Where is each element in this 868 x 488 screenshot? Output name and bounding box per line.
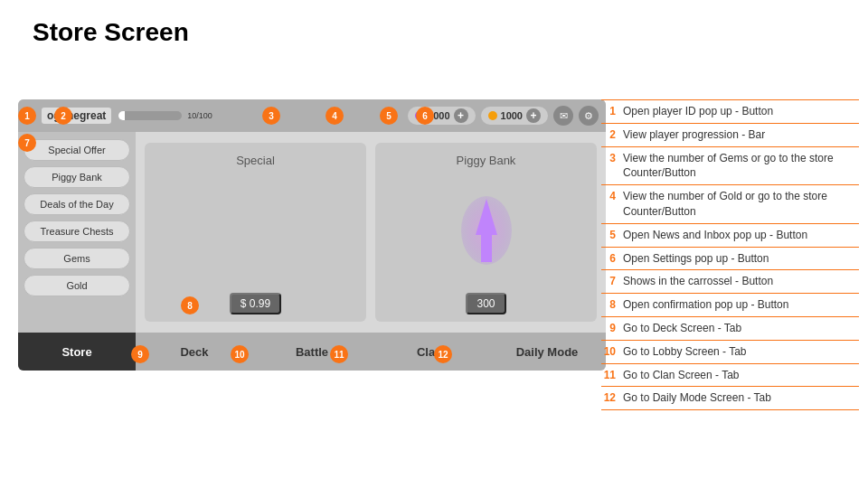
- annotation-11: 11Go to Clan Screen - Tab: [601, 364, 859, 388]
- annotation-text-11: Go to Clan Screen - Tab: [623, 368, 859, 383]
- badge-4: 4: [326, 107, 344, 125]
- player-name[interactable]: ogithegreat: [42, 108, 111, 124]
- content-area: Special $ 0.99 Piggy Bank 300: [136, 132, 606, 333]
- annotations-panel: 1Open player ID pop up - Button2View pla…: [601, 99, 859, 410]
- annotation-text-6: Open Settings pop up - Button: [623, 251, 859, 267]
- annotation-num-2: 2: [601, 127, 616, 143]
- annotation-num-9: 9: [601, 321, 616, 336]
- annotation-num-10: 10: [601, 344, 616, 360]
- annotation-5: 5Open News and Inbox pop up - Button: [601, 224, 859, 248]
- annotation-2: 2View player progression - Bar: [601, 124, 859, 147]
- annotation-num-12: 12: [601, 390, 616, 406]
- gem-plus-button[interactable]: +: [454, 108, 468, 123]
- badge-11: 11: [330, 345, 348, 363]
- progress-label: 10/100: [187, 111, 212, 120]
- annotation-text-5: Open News and Inbox pop up - Button: [623, 228, 859, 243]
- annotation-7: 7Shows in the carrossel - Button: [601, 270, 859, 294]
- sidebar-item-piggy-bank[interactable]: Piggy Bank: [24, 166, 130, 188]
- gold-icon: [488, 111, 497, 120]
- annotation-3: 3View the number of Gems or go to the st…: [601, 147, 859, 186]
- sidebar: Special Offer Piggy Bank Deals of the Da…: [18, 132, 136, 333]
- badge-2: 2: [54, 107, 72, 125]
- annotation-text-3: View the number of Gems or go to the sto…: [623, 151, 859, 182]
- badge-8: 8: [181, 296, 199, 314]
- annotation-12: 12Go to Daily Mode Screen - Tab: [601, 387, 859, 410]
- top-bar: ogithegreat 10/100 1000 + 1000 + ✉ ⚙: [18, 99, 606, 132]
- news-inbox-button[interactable]: ✉: [553, 106, 573, 126]
- sidebar-item-deals[interactable]: Deals of the Day: [24, 193, 130, 215]
- annotation-num-3: 3: [601, 151, 616, 166]
- tab-daily-mode[interactable]: Daily Mode: [488, 333, 606, 371]
- special-card: Special $ 0.99: [145, 143, 366, 322]
- badge-7: 7: [18, 134, 36, 152]
- annotation-num-7: 7: [601, 274, 616, 289]
- page-title: Store Screen: [33, 18, 189, 47]
- settings-button[interactable]: ⚙: [579, 106, 599, 126]
- annotation-6: 6Open Settings pop up - Button: [601, 248, 859, 271]
- annotation-1: 1Open player ID pop up - Button: [601, 99, 859, 124]
- annotation-num-1: 1: [601, 104, 616, 119]
- badge-3: 3: [262, 107, 280, 125]
- annotation-text-10: Go to Lobby Screen - Tab: [623, 344, 859, 360]
- gold-counter[interactable]: 1000 +: [481, 107, 548, 125]
- sidebar-item-treasure[interactable]: Treasure Chests: [24, 221, 130, 242]
- annotation-text-7: Shows in the carrossel - Button: [623, 274, 859, 289]
- bottom-tabs: Store Deck Battle Clan Daily Mode: [18, 333, 606, 371]
- badge-5: 5: [380, 107, 398, 125]
- badge-10: 10: [231, 345, 249, 363]
- annotation-num-5: 5: [601, 228, 616, 243]
- annotation-text-4: View the number of Gold or go to the sto…: [623, 189, 859, 220]
- mockup-container: ogithegreat 10/100 1000 + 1000 + ✉ ⚙ Spe…: [18, 99, 606, 371]
- gold-value: 1000: [501, 110, 523, 121]
- annotation-text-2: View player progression - Bar: [623, 127, 859, 143]
- badge-12: 12: [434, 345, 452, 363]
- tab-store[interactable]: Store: [18, 333, 136, 371]
- annotation-num-8: 8: [601, 297, 616, 313]
- annotation-9: 9Go to Deck Screen - Tab: [601, 317, 859, 341]
- piggy-buy-button[interactable]: 300: [466, 293, 505, 314]
- badge-6: 6: [416, 107, 434, 125]
- progress-bar: [118, 111, 182, 120]
- annotation-text-1: Open player ID pop up - Button: [623, 104, 859, 119]
- piggy-card-title: Piggy Bank: [457, 154, 516, 167]
- badge-9: 9: [131, 345, 149, 363]
- gold-plus-button[interactable]: +: [526, 108, 541, 123]
- sidebar-item-gems[interactable]: Gems: [24, 248, 130, 269]
- tab-battle[interactable]: Battle: [253, 333, 371, 371]
- sidebar-item-gold[interactable]: Gold: [24, 275, 130, 296]
- piggy-arrow-icon: [459, 194, 514, 267]
- annotation-num-4: 4: [601, 189, 616, 204]
- special-buy-button[interactable]: $ 0.99: [230, 293, 281, 314]
- tab-clan[interactable]: Clan: [371, 333, 488, 371]
- progress-fill: [118, 111, 125, 120]
- annotation-num-11: 11: [601, 368, 616, 383]
- annotation-text-8: Open confirmation pop up - Button: [623, 297, 859, 313]
- sidebar-item-special-offer[interactable]: Special Offer: [24, 139, 130, 161]
- piggy-bank-card: Piggy Bank 300: [375, 143, 597, 322]
- annotation-8: 8Open confirmation pop up - Button: [601, 294, 859, 317]
- badge-1: 1: [18, 107, 36, 125]
- annotation-4: 4View the number of Gold or go to the st…: [601, 185, 859, 224]
- annotation-text-12: Go to Daily Mode Screen - Tab: [623, 390, 859, 406]
- annotation-num-6: 6: [601, 251, 616, 267]
- annotation-text-9: Go to Deck Screen - Tab: [623, 321, 859, 336]
- annotation-10: 10Go to Lobby Screen - Tab: [601, 341, 859, 364]
- special-card-title: Special: [236, 154, 275, 167]
